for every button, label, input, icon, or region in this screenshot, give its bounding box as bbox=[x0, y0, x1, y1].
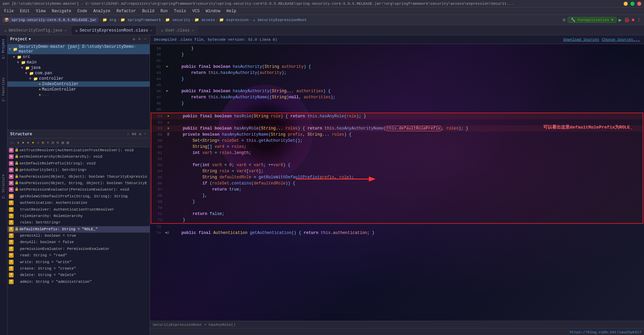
struct-badge-delete: f bbox=[9, 273, 14, 277]
struct-collapse-icon[interactable]: ─ bbox=[143, 131, 147, 137]
struct-hasPerm1[interactable]: m 🔒 hasPermission(Object, Object): boole… bbox=[7, 174, 150, 180]
struct-text-roleH: setRoleHierarchy(RoleHierarchy): void bbox=[19, 154, 148, 159]
toolbar-row: 📦 spring-security-core-5.0.5.RELEASE.jar… bbox=[0, 15, 644, 25]
struct-setTrustResolver[interactable]: m 🔒 setTrustResolver(AuthenticationTrust… bbox=[7, 147, 150, 154]
menu-edit[interactable]: Edit bbox=[17, 8, 33, 14]
struct-setRoleHierarchy[interactable]: m 🔒 setRoleHierarchy(RoleHierarchy): voi… bbox=[7, 154, 150, 160]
more-button[interactable]: ⋮ bbox=[637, 17, 641, 23]
struct-read[interactable]: f read: String = "read" bbox=[7, 252, 150, 259]
menu-navigate[interactable]: Navigate bbox=[49, 8, 74, 14]
run-button[interactable]: ▶ bbox=[619, 17, 622, 23]
struct-getAuthoritySet[interactable]: m 🔒 getAuthoritySet(): Set<String> bbox=[7, 167, 150, 173]
menu-view[interactable]: View bbox=[33, 8, 49, 14]
struct-create[interactable]: f create: String = "create" bbox=[7, 265, 150, 272]
menu-tools[interactable]: Tools bbox=[171, 8, 189, 14]
tab-bar: ☕ WebSecurityConfig.java ✕ ☕ SecurityExp… bbox=[0, 25, 644, 35]
tab-websecurity[interactable]: ☕ WebSecurityConfig.java ✕ bbox=[0, 25, 71, 35]
struct-alpha-icon[interactable]: az bbox=[131, 131, 137, 137]
menu-code[interactable]: Code bbox=[75, 8, 90, 14]
stop-button[interactable]: ■ bbox=[632, 17, 634, 23]
tree-src[interactable]: ▼ 📁 src bbox=[7, 54, 150, 60]
breadcrumb-org[interactable]: 📁 org bbox=[102, 18, 116, 22]
struct-settings-icon[interactable]: ⚙ bbox=[138, 131, 142, 137]
project-settings-icon[interactable]: ⚙ bbox=[132, 36, 136, 42]
choose-sources-link[interactable]: Choose Sources... bbox=[602, 38, 640, 42]
breadcrumb-springframework[interactable]: 📁 springframework bbox=[120, 18, 161, 22]
struct-tb-show-public[interactable]: ● bbox=[21, 140, 25, 145]
side-tab-favorites[interactable]: 2: Favorites bbox=[1, 75, 6, 104]
tree-compan[interactable]: ▼ 📁 com.pan bbox=[7, 71, 150, 76]
struct-tb-more2[interactable]: ▥ bbox=[65, 140, 70, 145]
tree-root[interactable]: ▼ 📁 SecurityDemo-master [pan] D:\study\S… bbox=[7, 44, 150, 54]
struct-tb-filter[interactable]: ≡ bbox=[46, 140, 50, 145]
tab-user[interactable]: ☕ User.class ✕ bbox=[156, 25, 198, 35]
side-tab-project[interactable]: 1: Project bbox=[1, 37, 6, 61]
tree-main[interactable]: ▼ 📁 main bbox=[7, 60, 150, 65]
struct-defaultRolePrefix[interactable]: f 🔒 defaultRolePrefix: String = "ROLE_" bbox=[7, 226, 150, 233]
breadcrumb-expression[interactable]: 📁 expression bbox=[219, 18, 249, 22]
struct-tb-show-protected[interactable]: ● bbox=[26, 140, 30, 145]
struct-roles[interactable]: f roles: Set<String> bbox=[7, 219, 150, 226]
struct-lock-drp2: 🔒 bbox=[15, 227, 19, 232]
struct-hasPerm2[interactable]: m 🔒 hasPermission(Object, String, Object… bbox=[7, 180, 150, 186]
struct-permEval[interactable]: f permissionEvaluator: PermissionEvaluat… bbox=[7, 246, 150, 252]
code-editor[interactable]: 39 } 40 } 41 bbox=[150, 44, 644, 321]
struct-getRoleWithPrefix[interactable]: m getRoleWithDefaultPrefix(String, Strin… bbox=[7, 193, 150, 200]
struct-tb-expand[interactable]: ⊞ bbox=[51, 140, 55, 145]
maximize-button[interactable] bbox=[630, 2, 634, 6]
menu-help[interactable]: Help bbox=[224, 8, 239, 14]
struct-authentication[interactable]: f authentication: Authentication bbox=[7, 200, 150, 206]
app-selector[interactable]: 🔧 PanApplication ▼ bbox=[568, 17, 617, 23]
breadcrumb-access[interactable]: 📁 access bbox=[194, 18, 215, 22]
struct-tb-show-private[interactable]: ● bbox=[31, 140, 35, 145]
struct-setPermEval[interactable]: m 🔒 setPermissionEvaluator(PermissionEva… bbox=[7, 186, 150, 193]
side-tab-structure[interactable]: Z: Structure bbox=[1, 172, 6, 201]
struct-tb-show-methods[interactable]: m bbox=[41, 140, 45, 145]
struct-badge-hp1: m bbox=[9, 174, 14, 179]
breadcrumb-secexprroot[interactable]: ☕ SecurityExpressionRoot bbox=[253, 18, 306, 22]
struct-tb-sort-desc[interactable]: ⇅ bbox=[16, 140, 20, 145]
tab-secexprroot[interactable]: ☕ SecurityExpressionRoot.class ✕ bbox=[71, 25, 156, 35]
project-collapse-icon[interactable]: ─ bbox=[143, 36, 147, 42]
debug-button[interactable]: 🐞 bbox=[624, 17, 630, 23]
struct-tb-collapse[interactable]: ⊟ bbox=[56, 140, 60, 145]
menu-analyze[interactable]: Analyze bbox=[91, 8, 113, 14]
breadcrumb-security[interactable]: 📁 security bbox=[165, 18, 190, 22]
struct-tb-sort-asc[interactable]: ↑↓ bbox=[9, 140, 15, 145]
tab-close-user[interactable]: ✕ bbox=[192, 28, 194, 33]
struct-write[interactable]: f write: String = "write" bbox=[7, 259, 150, 265]
breadcrumb-jar[interactable]: 📦 spring-security-core-5.0.5.RELEASE.jar bbox=[3, 17, 98, 22]
menu-run[interactable]: Run bbox=[158, 8, 171, 14]
struct-sort-icon[interactable]: ↕ bbox=[126, 131, 130, 137]
struct-roleHierarchy[interactable]: f roleHierarchy: RoleHierarchy bbox=[7, 213, 150, 219]
folder-icon-controller: 📁 bbox=[33, 77, 38, 81]
menu-refactor[interactable]: Refactor bbox=[114, 8, 139, 14]
menu-file[interactable]: File bbox=[1, 8, 17, 14]
download-sources-link[interactable]: Download Sources bbox=[563, 38, 599, 42]
struct-trustResolver[interactable]: f trustResolver: AuthenticationTrustReso… bbox=[7, 206, 150, 213]
menu-vcs[interactable]: VCS bbox=[190, 8, 203, 14]
tab-close-websecurity[interactable]: ✕ bbox=[64, 28, 67, 33]
ctrl-icon-more: ● bbox=[39, 93, 41, 97]
tab-close-secexprroot[interactable]: ✕ bbox=[150, 28, 152, 33]
menu-build[interactable]: Build bbox=[139, 8, 157, 14]
struct-permitAll[interactable]: f permitAll: boolean = true bbox=[7, 233, 150, 239]
struct-badge-m: m bbox=[9, 148, 14, 153]
struct-tb-more1[interactable]: ▤ bbox=[61, 140, 65, 145]
struct-setDefaultRolePrefix[interactable]: m 🔒 setDefaultRolePrefix(String): void bbox=[7, 160, 150, 167]
close-button[interactable] bbox=[637, 2, 641, 6]
struct-tb-show-package[interactable]: ○ bbox=[36, 140, 40, 145]
tree-controller[interactable]: ▼ 📁 controller bbox=[7, 76, 150, 81]
project-layout-icon[interactable]: ≡ bbox=[138, 36, 141, 42]
struct-admin[interactable]: f admin: String = "administration" bbox=[7, 279, 150, 285]
struct-delete[interactable]: f delete: String = "delete" bbox=[7, 272, 150, 278]
tree-java[interactable]: ▼ 📁 java bbox=[7, 65, 150, 71]
menu-window[interactable]: Window bbox=[203, 8, 223, 14]
tree-maincontroller[interactable]: ● MainController bbox=[7, 87, 150, 92]
settings-icon[interactable]: ⚙ bbox=[563, 17, 565, 23]
minimize-button[interactable] bbox=[624, 2, 628, 6]
tree-more[interactable]: ● ... bbox=[7, 92, 150, 98]
struct-denyAll[interactable]: f denyAll: boolean = false bbox=[7, 239, 150, 245]
tree-indexcontroller[interactable]: ● IndexController bbox=[7, 81, 150, 87]
struct-lock-icon: 🔒 bbox=[15, 148, 19, 153]
